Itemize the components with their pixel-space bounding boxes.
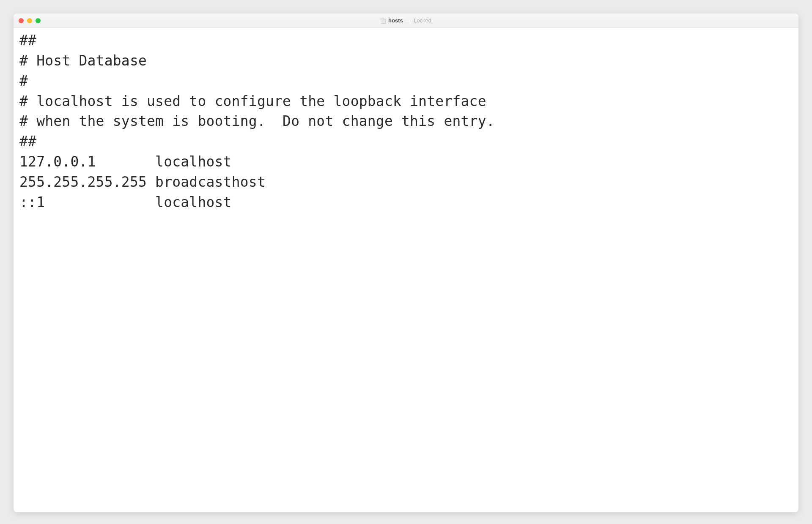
window-title: hosts — Locked	[381, 17, 431, 24]
title-separator: —	[406, 17, 411, 24]
document-icon	[381, 18, 386, 24]
minimize-icon[interactable]	[27, 18, 32, 23]
maximize-icon[interactable]	[36, 18, 41, 23]
editor-content[interactable]: ## # Host Database # # localhost is used…	[14, 28, 798, 512]
title-status: Locked	[414, 17, 431, 24]
window-titlebar[interactable]: hosts — Locked	[14, 14, 798, 28]
traffic-lights	[14, 18, 41, 23]
title-filename: hosts	[388, 17, 403, 24]
editor-window: hosts — Locked ## # Host Database # # lo…	[14, 14, 798, 512]
close-icon[interactable]	[19, 18, 24, 23]
